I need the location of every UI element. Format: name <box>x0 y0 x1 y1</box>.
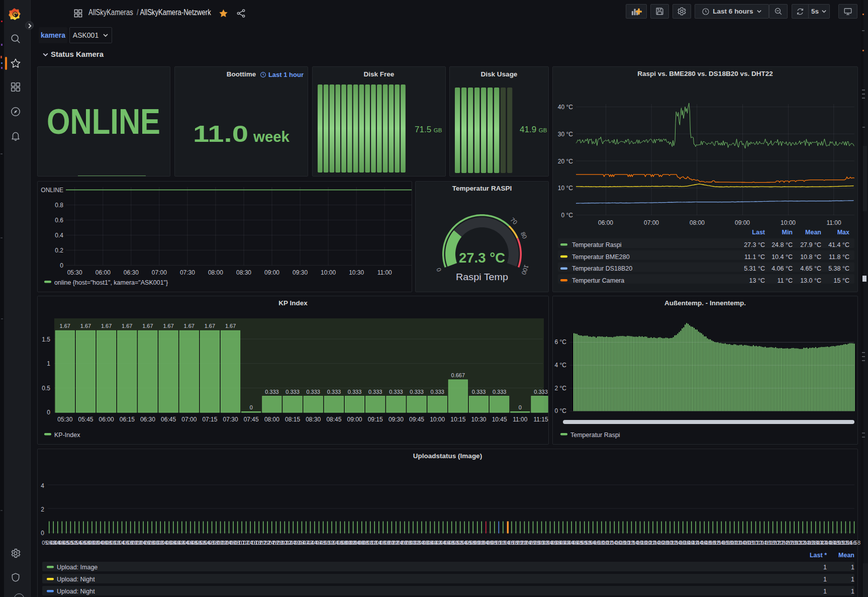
svg-text:Last: Last <box>752 229 765 236</box>
svg-text:5.38 °C: 5.38 °C <box>828 265 849 272</box>
svg-text:20 °C: 20 °C <box>558 158 573 165</box>
svg-text:11.8 °C: 11.8 °C <box>829 253 849 261</box>
svg-text:30 °C: 30 °C <box>558 131 573 138</box>
svg-text:40 °C: 40 °C <box>558 104 573 111</box>
svg-text:11 °C: 11 °C <box>778 277 793 284</box>
svg-text:Temperatur BME280: Temperatur BME280 <box>572 253 630 261</box>
svg-text:Mean: Mean <box>805 229 821 236</box>
svg-text:11:00: 11:00 <box>826 219 841 226</box>
svg-text:08:00: 08:00 <box>690 219 705 226</box>
svg-text:5.31 °C: 5.31 °C <box>744 265 765 272</box>
svg-text:10.8 °C: 10.8 °C <box>800 253 821 261</box>
svg-text:10 °C: 10 °C <box>558 185 573 192</box>
svg-text:13 °C: 13 °C <box>749 277 765 284</box>
svg-text:11.1 °C: 11.1 °C <box>744 253 765 261</box>
svg-text:Temperatur DS18B20: Temperatur DS18B20 <box>572 265 632 272</box>
svg-text:Tempertur Camera: Tempertur Camera <box>572 277 624 284</box>
svg-text:27.3 °C: 27.3 °C <box>744 241 765 248</box>
svg-text:10.4 °C: 10.4 °C <box>771 253 793 261</box>
svg-text:Min: Min <box>782 229 793 236</box>
svg-text:Max: Max <box>837 229 849 236</box>
svg-text:4.65 °C: 4.65 °C <box>800 265 821 272</box>
svg-text:13.0 °C: 13.0 °C <box>800 277 821 284</box>
svg-text:10:00: 10:00 <box>781 219 796 226</box>
svg-text:Temperatur Raspi: Temperatur Raspi <box>572 241 622 248</box>
svg-text:27.9 °C: 27.9 °C <box>800 241 821 248</box>
svg-text:09:00: 09:00 <box>735 219 750 226</box>
svg-text:15 °C: 15 °C <box>834 277 849 284</box>
svg-text:24.8 °C: 24.8 °C <box>771 241 793 248</box>
svg-text:06:00: 06:00 <box>598 219 613 226</box>
svg-text:4.06 °C: 4.06 °C <box>771 265 793 272</box>
svg-text:07:00: 07:00 <box>644 219 659 226</box>
svg-text:0 °C: 0 °C <box>561 212 573 219</box>
svg-text:41.4 °C: 41.4 °C <box>828 241 849 248</box>
